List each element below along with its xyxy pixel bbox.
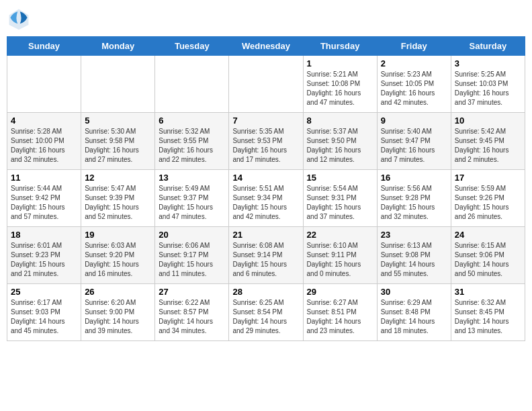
day-number: 2	[381, 58, 447, 68]
calendar-cell: 12Sunrise: 5:47 AM Sunset: 9:39 PM Dayli…	[81, 170, 155, 227]
day-info: Sunrise: 5:35 AM Sunset: 9:53 PM Dayligh…	[232, 127, 299, 165]
calendar-cell: 5Sunrise: 5:30 AM Sunset: 9:58 PM Daylig…	[81, 113, 155, 170]
day-info: Sunrise: 5:21 AM Sunset: 10:08 PM Daylig…	[307, 70, 373, 107]
day-number: 3	[455, 58, 521, 68]
week-row-4: 18Sunrise: 6:01 AM Sunset: 9:23 PM Dayli…	[7, 227, 525, 284]
day-number: 15	[307, 173, 373, 183]
day-number: 31	[455, 287, 521, 297]
weekday-header-friday: Friday	[377, 37, 451, 56]
day-info: Sunrise: 6:03 AM Sunset: 9:20 PM Dayligh…	[85, 241, 151, 279]
calendar-cell: 20Sunrise: 6:06 AM Sunset: 9:17 PM Dayli…	[155, 227, 229, 284]
day-info: Sunrise: 5:51 AM Sunset: 9:34 PM Dayligh…	[232, 184, 299, 222]
calendar-cell: 10Sunrise: 5:42 AM Sunset: 9:45 PM Dayli…	[451, 113, 525, 170]
day-info: Sunrise: 5:23 AM Sunset: 10:05 PM Daylig…	[381, 70, 447, 107]
weekday-header-sunday: Sunday	[7, 37, 81, 56]
calendar-cell: 11Sunrise: 5:44 AM Sunset: 9:42 PM Dayli…	[7, 170, 81, 227]
day-number: 4	[11, 116, 77, 126]
day-number: 20	[159, 230, 225, 240]
calendar-cell	[229, 56, 303, 113]
calendar-cell: 13Sunrise: 5:49 AM Sunset: 9:37 PM Dayli…	[155, 170, 229, 227]
day-info: Sunrise: 6:25 AM Sunset: 8:54 PM Dayligh…	[232, 298, 299, 336]
day-number: 25	[11, 287, 77, 297]
day-info: Sunrise: 5:47 AM Sunset: 9:39 PM Dayligh…	[85, 184, 151, 222]
day-info: Sunrise: 5:49 AM Sunset: 9:37 PM Dayligh…	[159, 184, 225, 222]
day-number: 28	[232, 287, 299, 297]
day-info: Sunrise: 6:27 AM Sunset: 8:51 PM Dayligh…	[307, 298, 373, 336]
calendar-cell: 14Sunrise: 5:51 AM Sunset: 9:34 PM Dayli…	[229, 170, 303, 227]
week-row-2: 4Sunrise: 5:28 AM Sunset: 10:00 PM Dayli…	[7, 113, 525, 170]
day-info: Sunrise: 6:13 AM Sunset: 9:08 PM Dayligh…	[381, 241, 447, 279]
day-info: Sunrise: 6:22 AM Sunset: 8:57 PM Dayligh…	[159, 298, 225, 336]
weekday-header-monday: Monday	[81, 37, 155, 56]
day-info: Sunrise: 6:08 AM Sunset: 9:14 PM Dayligh…	[232, 241, 299, 279]
calendar-cell: 18Sunrise: 6:01 AM Sunset: 9:23 PM Dayli…	[7, 227, 81, 284]
day-info: Sunrise: 6:06 AM Sunset: 9:17 PM Dayligh…	[159, 241, 225, 279]
day-number: 16	[381, 173, 447, 183]
day-info: Sunrise: 6:29 AM Sunset: 8:48 PM Dayligh…	[381, 298, 447, 336]
day-info: Sunrise: 6:10 AM Sunset: 9:11 PM Dayligh…	[307, 241, 373, 279]
calendar-cell: 8Sunrise: 5:37 AM Sunset: 9:50 PM Daylig…	[303, 113, 377, 170]
calendar-cell: 22Sunrise: 6:10 AM Sunset: 9:11 PM Dayli…	[303, 227, 377, 284]
calendar-cell: 17Sunrise: 5:59 AM Sunset: 9:26 PM Dayli…	[451, 170, 525, 227]
day-number: 21	[232, 230, 299, 240]
day-number: 24	[455, 230, 521, 240]
day-info: Sunrise: 5:25 AM Sunset: 10:03 PM Daylig…	[455, 70, 521, 107]
day-info: Sunrise: 5:37 AM Sunset: 9:50 PM Dayligh…	[307, 127, 373, 165]
calendar-cell: 28Sunrise: 6:25 AM Sunset: 8:54 PM Dayli…	[229, 284, 303, 341]
calendar-cell	[155, 56, 229, 113]
day-info: Sunrise: 5:54 AM Sunset: 9:31 PM Dayligh…	[307, 184, 373, 222]
day-number: 19	[85, 230, 151, 240]
day-number: 26	[85, 287, 151, 297]
day-info: Sunrise: 5:32 AM Sunset: 9:55 PM Dayligh…	[159, 127, 225, 165]
day-info: Sunrise: 6:15 AM Sunset: 9:06 PM Dayligh…	[455, 241, 521, 279]
calendar-cell: 19Sunrise: 6:03 AM Sunset: 9:20 PM Dayli…	[81, 227, 155, 284]
calendar-table: SundayMondayTuesdayWednesdayThursdayFrid…	[7, 36, 525, 341]
weekday-header-tuesday: Tuesday	[155, 37, 229, 56]
day-info: Sunrise: 6:20 AM Sunset: 9:00 PM Dayligh…	[85, 298, 151, 336]
calendar-cell: 30Sunrise: 6:29 AM Sunset: 8:48 PM Dayli…	[377, 284, 451, 341]
day-number: 7	[232, 116, 299, 126]
day-info: Sunrise: 6:17 AM Sunset: 9:03 PM Dayligh…	[11, 298, 77, 336]
week-row-3: 11Sunrise: 5:44 AM Sunset: 9:42 PM Dayli…	[7, 170, 525, 227]
calendar-cell: 2Sunrise: 5:23 AM Sunset: 10:05 PM Dayli…	[377, 56, 451, 113]
header	[7, 7, 525, 31]
calendar-cell: 4Sunrise: 5:28 AM Sunset: 10:00 PM Dayli…	[7, 113, 81, 170]
week-row-1: 1Sunrise: 5:21 AM Sunset: 10:08 PM Dayli…	[7, 56, 525, 113]
day-number: 1	[307, 58, 373, 68]
day-number: 8	[307, 116, 373, 126]
day-number: 11	[11, 173, 77, 183]
calendar-cell: 24Sunrise: 6:15 AM Sunset: 9:06 PM Dayli…	[451, 227, 525, 284]
day-info: Sunrise: 5:59 AM Sunset: 9:26 PM Dayligh…	[455, 184, 521, 222]
week-row-5: 25Sunrise: 6:17 AM Sunset: 9:03 PM Dayli…	[7, 284, 525, 341]
calendar-cell: 23Sunrise: 6:13 AM Sunset: 9:08 PM Dayli…	[377, 227, 451, 284]
weekday-header-saturday: Saturday	[451, 37, 525, 56]
day-number: 10	[455, 116, 521, 126]
day-info: Sunrise: 5:56 AM Sunset: 9:28 PM Dayligh…	[381, 184, 447, 222]
day-info: Sunrise: 6:01 AM Sunset: 9:23 PM Dayligh…	[11, 241, 77, 279]
day-info: Sunrise: 5:28 AM Sunset: 10:00 PM Daylig…	[11, 127, 77, 165]
day-info: Sunrise: 5:40 AM Sunset: 9:47 PM Dayligh…	[381, 127, 447, 165]
calendar-cell: 7Sunrise: 5:35 AM Sunset: 9:53 PM Daylig…	[229, 113, 303, 170]
calendar-cell: 26Sunrise: 6:20 AM Sunset: 9:00 PM Dayli…	[81, 284, 155, 341]
day-number: 29	[307, 287, 373, 297]
day-number: 18	[11, 230, 77, 240]
calendar-cell: 25Sunrise: 6:17 AM Sunset: 9:03 PM Dayli…	[7, 284, 81, 341]
logo-icon	[7, 7, 31, 31]
calendar-cell: 6Sunrise: 5:32 AM Sunset: 9:55 PM Daylig…	[155, 113, 229, 170]
day-number: 30	[381, 287, 447, 297]
day-number: 12	[85, 173, 151, 183]
calendar-cell: 16Sunrise: 5:56 AM Sunset: 9:28 PM Dayli…	[377, 170, 451, 227]
day-number: 9	[381, 116, 447, 126]
day-number: 6	[159, 116, 225, 126]
day-number: 14	[232, 173, 299, 183]
calendar-cell: 3Sunrise: 5:25 AM Sunset: 10:03 PM Dayli…	[451, 56, 525, 113]
logo	[7, 7, 34, 31]
day-info: Sunrise: 6:32 AM Sunset: 8:45 PM Dayligh…	[455, 298, 521, 336]
calendar-cell	[7, 56, 81, 113]
calendar-cell: 29Sunrise: 6:27 AM Sunset: 8:51 PM Dayli…	[303, 284, 377, 341]
day-number: 27	[159, 287, 225, 297]
day-number: 22	[307, 230, 373, 240]
calendar-cell: 9Sunrise: 5:40 AM Sunset: 9:47 PM Daylig…	[377, 113, 451, 170]
calendar-cell: 21Sunrise: 6:08 AM Sunset: 9:14 PM Dayli…	[229, 227, 303, 284]
day-number: 17	[455, 173, 521, 183]
